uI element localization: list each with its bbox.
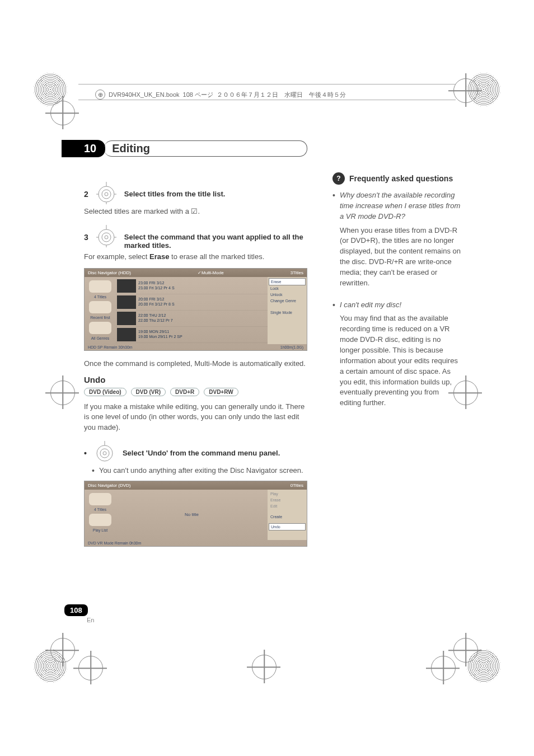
ss-title: Disc Navigator (DVD) [88,483,130,488]
thumb [117,328,136,341]
sidebar-label: Recent first [87,316,114,320]
ss-count: 3Titles [291,270,303,275]
registration-mark [252,655,277,679]
menu-unlock: Unlock [269,292,306,298]
sidebar-icon [89,301,111,313]
row-detail: 19.00 Mon 29/11 Pr 2 SP [138,335,182,339]
registration-mark [453,78,478,103]
header-rule [78,100,456,100]
badge-dvd-vr: DVD (VR) [131,388,166,396]
registration-mark [78,656,103,680]
faq-question: Why doesn't the available recording time… [340,190,461,222]
page-language: En [87,617,94,623]
step-text: Select the command that you want applied… [124,233,307,250]
undo-note: You can't undo anything after exiting th… [92,466,307,476]
text: For example, select [84,252,149,261]
menu-undo: Undo [269,523,306,530]
undo-heading: Undo [84,375,307,384]
checkmark-glyph: ☑ [191,207,198,215]
step-3-subtext: For example, select Erase to erase all t… [84,252,307,262]
svg-point-7 [99,229,114,245]
registration-mark [431,656,456,680]
ss-foot-size: 1h00m(1.0G) [280,345,303,349]
smart-jog-icon [92,439,117,463]
disc-navigator-screenshot-2: Disc Navigator (DVD) 0Titles 4 Titles Pl… [84,481,307,547]
row-detail: 23.00 Fri 3/12 Pr 4 S [138,286,175,290]
registration-mark [50,101,75,125]
faq-item-1: Why doesn't the available recording time… [332,190,461,298]
ss-foot-remain: Remain 30h30m [104,345,132,349]
row-detail: 20.00 Fri 3/12 Pr 8 S [138,302,175,307]
sidebar-label: Play List [87,528,114,532]
smart-jog-icon [94,180,119,204]
page-number: 108 [64,604,88,616]
registration-mark [50,638,75,663]
disc-type-badges: DVD (Video) DVD (VR) DVD+R DVD+RW [84,388,307,396]
faq-heading: ? Frequently asked questions [332,172,461,185]
print-header-icon: ⊕ [95,90,105,100]
undo-step-text: Select 'Undo' from the command menu pane… [123,449,280,457]
disc-navigator-screenshot-1: Disc Navigator (HDD) ✓Multi-Mode 3Titles… [84,268,307,351]
header-rule [78,84,456,84]
menu-play: Play [269,491,306,497]
svg-point-1 [102,190,111,199]
step-text: Select titles from the title list. [124,190,226,198]
menu-edit: Edit [269,503,306,509]
faq-icon: ? [332,172,345,185]
after-screenshot-text: Once the command is completed, Multi-Mod… [84,359,307,369]
svg-point-16 [103,452,106,455]
ss-foot-mode: DVD VR Mode [88,541,114,545]
text: You can't undo anything after exiting th… [99,466,303,476]
faq-answer: When you erase titles from a DVD-R (or D… [340,226,461,289]
ss-foot-mode: HDD SP [88,345,102,349]
undo-step: • Select 'Undo' from the command menu pa… [84,439,307,463]
thumb [117,295,136,309]
menu-create: Create [269,514,306,520]
svg-point-2 [105,192,108,196]
step-number: 2 [84,190,88,199]
badge-dvd-plus-r: DVD+R [170,388,199,396]
ss-count: 0Titles [291,483,303,488]
menu-erase: Erase [269,278,306,285]
title-row: 20:00 FRI 3/1220.00 Fri 3/12 Pr 8 S [116,294,268,311]
svg-point-15 [100,449,109,458]
row-detail: 22.00 Thu 2/12 Pr 7 [138,318,173,323]
title-row: 23:00 FRI 3/1223.00 Fri 3/12 Pr 4 S [116,278,268,294]
no-title-text: No title [185,512,199,517]
sidebar-icon [89,514,111,526]
header-page: 108 ページ [183,91,213,99]
sidebar-label: 4 Titles [87,295,114,299]
row-time: 19:00 MON 29/11 [138,330,182,334]
command-menu: Play Erase Edit Create Undo [268,490,307,540]
svg-point-14 [97,445,113,461]
svg-point-9 [105,236,108,239]
menu-lock: Lock [269,285,306,292]
chapter-number: 10 [62,140,105,157]
title-row: 19:00 MON 29/1119.00 Mon 29/11 Pr 2 SP [116,327,268,343]
faq-question: I can't edit my disc! [340,300,461,311]
command-menu: Erase Lock Unlock Change Genre Single Mo… [268,277,307,344]
step-2: 2 Select titles from the title list. [84,180,307,204]
step-2-subtext: Selected titles are marked with a ☑. [84,206,307,217]
row-time: 23:00 FRI 3/12 [138,281,175,285]
chapter-header: 10 Editing [84,140,307,157]
text: to erase all the marked titles. [169,252,264,261]
step-3: 3 Select the command that you want appli… [84,223,307,250]
sidebar-label: 4 Titles [87,508,114,511]
registration-mark [50,381,75,405]
ss-mode: ✓Multi-Mode [198,270,224,275]
chapter-title: Editing [104,140,307,157]
text: Selected titles are marked with a [84,207,191,215]
badge-dvd-video: DVD (Video) [84,388,127,396]
menu-change-genre: Change Genre [269,298,306,304]
svg-point-8 [102,233,111,242]
header-filename: DVR940HX_UK_EN.book [109,91,180,98]
faq-answer: You may find that as the available recor… [340,313,461,408]
text: . [198,207,200,215]
faq-title: Frequently asked questions [349,174,453,183]
sidebar-icon [89,322,111,334]
sidebar-icon [89,493,111,505]
row-time: 22:00 THU 2/12 [138,313,173,318]
registration-mark [453,638,478,663]
sidebar-icon [89,280,111,293]
